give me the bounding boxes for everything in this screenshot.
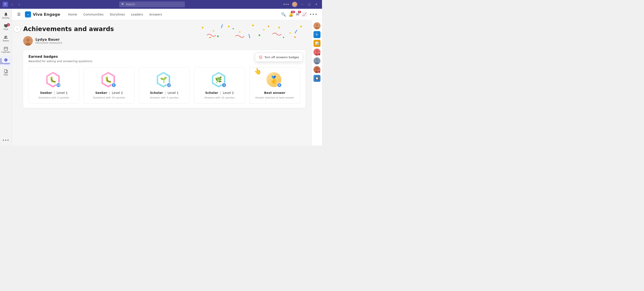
badge-image-scholar-l2: 🌿 1 — [211, 72, 228, 89]
title-bar: ‹ › 🔍 Search ••• ─ □ ✕ — [0, 0, 322, 9]
svg-point-9 — [26, 13, 30, 16]
nav-answers[interactable]: Answers — [146, 12, 165, 18]
svg-rect-21 — [295, 30, 297, 34]
badge-scholar-l1: 🌱 17 Scholar | Level 1 Answers with 3 — [139, 67, 190, 104]
rs-badge-4 — [318, 70, 320, 73]
svg-point-22 — [217, 36, 219, 37]
sidebar-item-calendar[interactable]: Calender — [1, 45, 11, 55]
sidebar-label-teams: Teams — [2, 40, 9, 42]
svg-point-36 — [316, 50, 318, 52]
top-search-button[interactable]: 🔍 — [281, 12, 286, 17]
best-answer-count: 5 — [277, 83, 282, 88]
svg-point-15 — [263, 29, 264, 30]
messages-button[interactable]: ✉ 5 — [296, 12, 299, 17]
right-sidebar-widget1[interactable]: ↻ — [313, 31, 321, 38]
nav-storylines[interactable]: Storylines — [107, 12, 128, 18]
seeker-l2-name: Seeker | Level 2 — [95, 91, 123, 94]
turn-off-badges-item[interactable]: 🚫 Turn off answers badges — [255, 54, 302, 60]
rs-widget-2: 📊 — [314, 40, 320, 47]
close-button[interactable]: ✕ — [313, 1, 320, 8]
user-avatar-titlebar[interactable] — [292, 2, 298, 7]
rs-avatar-3 — [314, 57, 320, 64]
viva-engage-title: Viva Engage — [33, 12, 60, 17]
svg-point-25 — [283, 37, 284, 38]
svg-point-2 — [6, 16, 6, 16]
right-sidebar: ↻ 📊 — [312, 20, 322, 146]
scholar-l1-count: 17 — [166, 83, 171, 88]
sidebar-item-chat[interactable]: 1 Chat — [1, 22, 11, 32]
forward-nav-button[interactable]: › — [16, 2, 22, 7]
right-sidebar-user1[interactable] — [313, 22, 321, 30]
seeker-l1-name: Seeker | Level 1 — [40, 91, 68, 94]
back-nav-button[interactable]: ‹ — [10, 2, 15, 7]
svg-point-18 — [300, 26, 302, 27]
confetti-decoration — [196, 23, 306, 41]
top-nav-right: 🔍 🔔 12 ✉ 5 📈 ••• — [281, 12, 318, 17]
global-search-bar[interactable]: 🔍 Search — [119, 2, 185, 7]
svg-point-24 — [258, 34, 260, 36]
right-sidebar-user2[interactable] — [313, 48, 321, 56]
calendar-icon — [4, 46, 8, 51]
svg-point-12 — [228, 26, 230, 27]
svg-rect-19 — [221, 24, 223, 28]
svg-rect-8 — [4, 70, 6, 73]
badge-image-best-answer: 🥇 5 — [266, 72, 284, 89]
analytics-button[interactable]: 📈 — [302, 12, 307, 17]
svg-point-5 — [6, 36, 7, 37]
sidebar-item-activity[interactable]: Activity — [1, 10, 11, 21]
more-icon: ••• — [2, 138, 9, 142]
maximize-button[interactable]: □ — [306, 1, 312, 8]
notifications-button[interactable]: 🔔 12 — [288, 12, 293, 17]
badge-image-scholar-l1: 🌱 17 — [156, 72, 173, 89]
teams-logo-icon — [2, 2, 8, 7]
user-avatar — [23, 36, 33, 46]
sidebar-label-files: Files — [4, 74, 8, 76]
sidebar-item-teams[interactable]: Teams — [1, 33, 11, 44]
files-icon — [4, 69, 8, 74]
seeker-l1-desc: Questions with 3 upvotes — [38, 96, 69, 99]
nav-leaders[interactable]: Leaders — [128, 12, 146, 18]
badge-seeker-l2: 🐛 3 Seeker | Level 2 Questions with 10 — [84, 67, 134, 104]
sidebar-item-engage[interactable]: Engage — [1, 56, 11, 66]
best-answer-desc: Answer selected as best answer — [255, 96, 294, 99]
svg-point-16 — [278, 27, 280, 28]
back-button[interactable]: ‹ — [14, 26, 20, 32]
svg-rect-26 — [268, 26, 269, 27]
user-details: Lydya Bauer PROGRAM MANAGER — [36, 38, 62, 44]
titlebar-more-button[interactable]: ••• — [282, 2, 290, 8]
svg-point-17 — [290, 32, 291, 34]
svg-point-23 — [232, 28, 234, 29]
user-name: Lydya Bauer — [36, 38, 62, 42]
rs-avatar-1 — [314, 22, 320, 29]
hamburger-menu-button[interactable]: ☰ — [16, 11, 22, 18]
rs-widget-3: 🔲 — [314, 75, 320, 82]
seeker-l2-desc: Questions with 10 upvotes — [93, 96, 125, 99]
sidebar-more-button[interactable]: ••• — [1, 137, 11, 144]
right-sidebar-user3[interactable] — [313, 57, 321, 65]
badge-image-seeker-l2: 🐛 3 — [100, 72, 118, 89]
right-sidebar-widget3[interactable]: 🔲 — [313, 74, 321, 82]
svg-rect-27 — [209, 37, 211, 38]
right-sidebar-user4[interactable] — [313, 66, 321, 74]
sidebar-label-engage: Engage — [2, 62, 10, 65]
svg-rect-28 — [294, 36, 296, 38]
title-bar-right: ••• ─ □ ✕ — [282, 1, 320, 8]
content-area: ☰ Viva Engage Home Communities Storyline… — [12, 9, 322, 146]
right-sidebar-widget2[interactable]: 📊 — [313, 40, 321, 47]
top-nav-more-button[interactable]: ••• — [309, 12, 318, 17]
minimize-button[interactable]: ─ — [299, 1, 306, 8]
badges-section: Earned badges Awarded for asking and ans… — [23, 50, 306, 108]
scholar-l1-name: Scholar | Level 1 — [150, 91, 178, 94]
sidebar-label-activity: Activity — [2, 17, 10, 19]
nav-home[interactable]: Home — [66, 12, 80, 18]
scholar-l2-desc: Answers with 10 upvotes — [204, 96, 234, 99]
svg-point-10 — [202, 27, 204, 28]
notifications-badge: 12 — [291, 11, 295, 13]
sidebar-item-files[interactable]: Files — [1, 68, 11, 78]
top-nav-links: Home Communities Storylines Leaders Answ… — [66, 12, 165, 18]
user-role: PROGRAM MANAGER — [36, 42, 62, 44]
svg-point-30 — [26, 38, 30, 42]
top-nav: ☰ Viva Engage Home Communities Storyline… — [12, 9, 322, 20]
nav-communities[interactable]: Communities — [81, 12, 106, 18]
svg-rect-1 — [5, 3, 6, 4]
